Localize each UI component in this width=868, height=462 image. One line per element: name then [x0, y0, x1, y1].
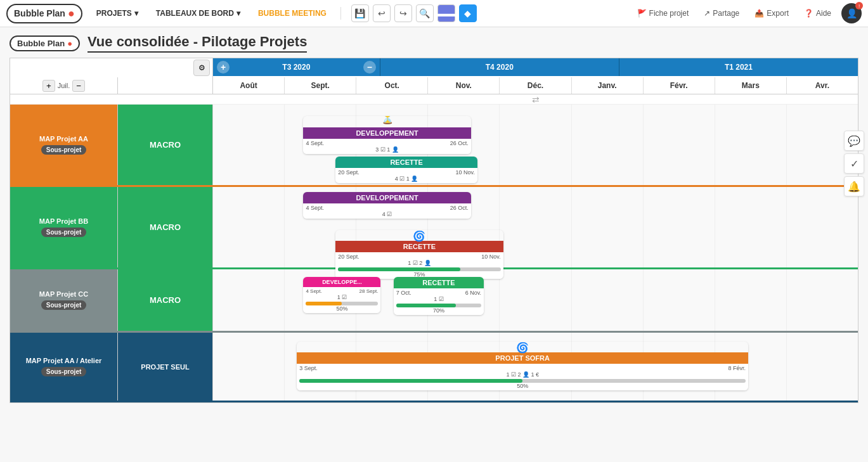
row-cc-badge: Sous-projet — [41, 300, 87, 310]
help-icon: ❓ — [804, 9, 813, 18]
bubble-cc-recette-header: RECETTE — [394, 277, 484, 288]
page-body: Bubble Plan ● Vue consolidée - Pilotage … — [0, 27, 868, 462]
search-button[interactable]: 🔍 — [416, 4, 434, 22]
row-atelier-badge: Sous-projet — [41, 367, 87, 376]
scroll-row: ⇄ — [10, 94, 858, 105]
flag-icon: 🚩 — [637, 9, 647, 18]
partage-button[interactable]: ↗ Partage — [699, 7, 744, 20]
export-icon: 📤 — [755, 9, 764, 18]
redo-button[interactable]: ↪ — [394, 4, 412, 22]
chevron-down-icon: ▾ — [134, 9, 138, 18]
bubble-aa-recette-body: 20 Sept.10 Nov. 4 ☑ 1 👤 — [335, 168, 477, 183]
avatar[interactable]: 👤 ! — [841, 3, 862, 23]
bubble-bb-recette-header: RECETTE — [335, 241, 503, 252]
bell-icon: 🔔 — [848, 181, 860, 193]
q3-expand-button[interactable]: + — [217, 61, 230, 74]
bubble-cc-dev-header: DEVELOPPE... — [303, 277, 380, 287]
q1-label: T1 2021 — [725, 63, 753, 72]
fiche-projet-button[interactable]: 🚩 Fiche projet — [632, 7, 694, 20]
gantt-row-bb: MAP Projet BB Sous-projet MACRO — [10, 187, 858, 269]
quarter-row: ⚙ + T3 2020 − T4 2020 T1 2021 — [10, 58, 858, 77]
topnav: Bubble Plan ● PROJETS ▾ TABLEAUX DE BORD… — [0, 0, 868, 27]
row-aa-content: ⏳ DEVELOPPEMENT 4 Sept.26 Oct. 3 ☑ 1 👤 R… — [213, 105, 858, 185]
juil-label: Juil. — [58, 82, 70, 89]
row-aa-macro: MACRO — [118, 105, 213, 185]
page-logo-dot: ● — [67, 39, 72, 48]
hourglass-icon: ⏳ — [303, 116, 470, 125]
export-button[interactable]: 📤 Export — [749, 7, 794, 20]
row-cc-content: DEVELOPPE... 4 Sept.28 Sept. 1 ☑ 50% REC… — [213, 269, 858, 331]
month-fevr: Févr. — [644, 77, 715, 94]
gantt-row-aa: MAP Projet AA Sous-projet MACRO — [10, 105, 858, 187]
gantt-container: ⚙ + T3 2020 − T4 2020 T1 2021 + Juil. — [10, 58, 858, 403]
row-atelier-title: MAP Projet AA / Atelier — [26, 357, 102, 364]
q4-label: T4 2020 — [486, 63, 514, 72]
save-button[interactable]: 💾 — [351, 4, 369, 22]
bubble-aa-dev[interactable]: ⏳ DEVELOPPEMENT 4 Sept.26 Oct. 3 ☑ 1 👤 — [303, 116, 470, 154]
row-bb-macro: MACRO — [118, 187, 213, 267]
nav-projets[interactable]: PROJETS ▾ — [93, 6, 142, 20]
row-label-cc: MAP Projet CC Sous-projet — [10, 269, 118, 331]
q3-label: T3 2020 — [282, 63, 310, 72]
gantt-row-cc: MAP Projet CC Sous-projet MACRO — [10, 269, 858, 333]
month-janv: Janv. — [572, 77, 644, 94]
month-nov: Nov. — [428, 77, 500, 94]
aide-button[interactable]: ❓ Aide — [799, 7, 836, 20]
bubble-aa-recette[interactable]: RECETTE 20 Sept.10 Nov. 4 ☑ 1 👤 — [335, 157, 477, 183]
q3-collapse-button[interactable]: − — [363, 61, 376, 74]
checklist-button[interactable]: ✓ — [844, 153, 864, 174]
page-logo: Bubble Plan ● — [10, 35, 80, 51]
row-label-atelier: MAP Projet AA / Atelier Sous-projet — [10, 333, 118, 401]
page-logo-text: Bubble Plan — [17, 39, 65, 48]
month-avr: Avr. — [787, 77, 858, 94]
chat-button[interactable]: 💬 — [844, 131, 864, 151]
row-atelier-macro: PROJET SEUL — [118, 333, 213, 401]
month-sept: Sept. — [285, 77, 356, 94]
row-cc-title: MAP Projet CC — [39, 290, 88, 298]
nav-actions: 🚩 Fiche projet ↗ Partage 📤 Export ❓ Aide… — [632, 3, 862, 23]
zoom-in-button[interactable]: + — [42, 80, 55, 92]
share-icon: ↗ — [704, 9, 710, 18]
right-panel: 💬 ✓ 🔔 — [840, 127, 868, 200]
notification-badge: ! — [855, 2, 863, 10]
view-toggle-button[interactable]: ▬▬ — [437, 4, 455, 22]
toolbar: 💾 ↩ ↪ 🔍 ▬▬ ◆ — [351, 4, 477, 22]
month-oct: Oct. — [356, 77, 428, 94]
bubble-aa-recette-header: RECETTE — [335, 157, 477, 168]
row-cc-macro: MACRO — [118, 269, 213, 331]
bubble-cc-recette-body: 7 Oct.6 Nov. 1 ☑ 70% — [394, 288, 484, 315]
bubble-bb-dev-header: DEVELOPPEMENT — [303, 192, 470, 203]
zoom-out-button[interactable]: − — [72, 80, 85, 92]
row-label-aa: MAP Projet AA Sous-projet — [10, 105, 118, 185]
bubble-aa-dev-header: DEVELOPPEMENT — [303, 127, 470, 139]
settings-button[interactable]: ⚙ — [193, 60, 210, 76]
bubble-cc-dev-body: 4 Sept.28 Sept. 1 ☑ 50% — [303, 287, 380, 313]
diamond-button[interactable]: ◆ — [459, 4, 477, 22]
topnav-logo[interactable]: Bubble Plan ● — [6, 4, 82, 23]
bubble-cc-dev[interactable]: DEVELOPPE... 4 Sept.28 Sept. 1 ☑ 50% — [303, 277, 380, 313]
month-dec: Déc. — [500, 77, 571, 94]
bubble-aa-dev-body: 4 Sept.26 Oct. 3 ☑ 1 👤 — [303, 139, 470, 154]
check-icon: ✓ — [850, 158, 858, 170]
bubble-sofra-body: 3 Sept.8 Févr. 1 ☑ 2 👤 1 € 50% — [297, 364, 748, 390]
bubble-cc-recette[interactable]: RECETTE 7 Oct.6 Nov. 1 ☑ 70% — [394, 277, 484, 315]
logo-dot: ● — [68, 7, 75, 20]
months: Août Sept. Oct. Nov. Déc. Janv. Févr. Ma… — [213, 77, 858, 94]
logo-text: Bubble Plan — [14, 8, 65, 18]
nav-meeting[interactable]: BUBBLE MEETING — [254, 6, 330, 20]
bell-button[interactable]: 🔔 — [844, 176, 864, 196]
bubble-bb-recette[interactable]: 🌀 RECETTE 20 Sept.10 Nov. 1 ☑ 2 👤 75% — [335, 230, 503, 279]
row-bb-badge: Sous-projet — [41, 228, 87, 237]
bubble-bb-recette-body: 20 Sept.10 Nov. 1 ☑ 2 👤 75% — [335, 252, 503, 279]
row-aa-badge: Sous-projet — [41, 145, 87, 155]
chat-icon: 💬 — [848, 135, 860, 147]
bubble-sofra[interactable]: 🌀 PROJET SOFRA 3 Sept.8 Févr. 1 ☑ 2 👤 1 … — [297, 342, 748, 390]
gantt-row-atelier: MAP Projet AA / Atelier Sous-projet PROJ… — [10, 333, 858, 402]
row-bb-content: DEVELOPPEMENT 4 Sept.26 Oct. 4 ☑ 🌀 RECET… — [213, 187, 858, 267]
undo-button[interactable]: ↩ — [373, 4, 391, 22]
nav-tableaux[interactable]: TABLEAUX DE BORD ▾ — [152, 6, 244, 20]
bubble-sofra-header: PROJET SOFRA — [297, 352, 748, 364]
nav-separator — [340, 7, 341, 20]
month-aout: Août — [213, 77, 285, 94]
bubble-bb-dev[interactable]: DEVELOPPEMENT 4 Sept.26 Oct. 4 ☑ — [303, 192, 470, 219]
